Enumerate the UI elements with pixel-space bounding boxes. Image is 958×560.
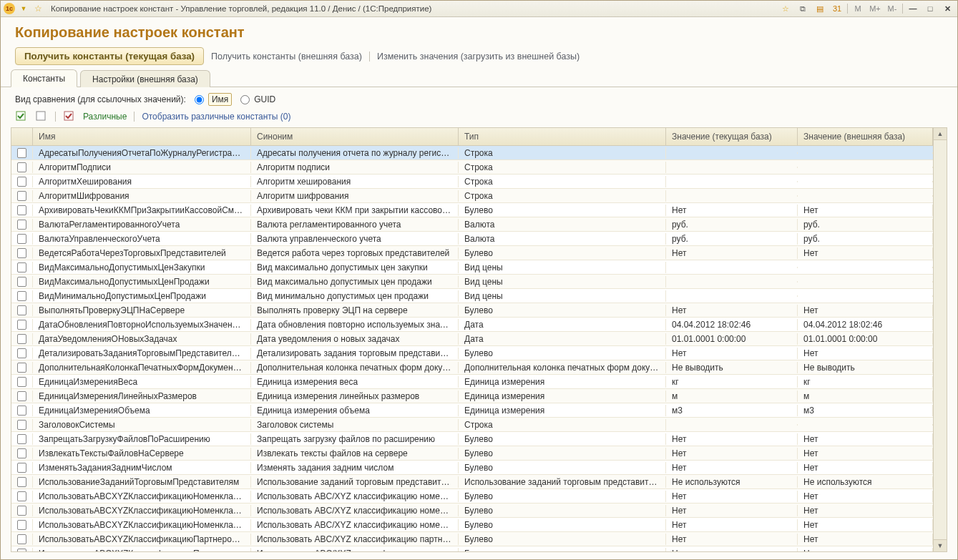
close-button[interactable]: ✕: [940, 2, 954, 15]
row-checkbox[interactable]: [11, 462, 33, 473]
dropdown-icon[interactable]: ▼: [18, 3, 29, 14]
table-row[interactable]: ИспользоватьABCXYZКлассификациюПартнеров…: [11, 546, 933, 551]
tab-constants[interactable]: Константы: [11, 69, 77, 87]
tab-settings-external[interactable]: Настройки (внешняя база): [80, 70, 210, 87]
change-values-link[interactable]: Изменить значения (загрузить из внешней …: [377, 51, 580, 62]
uncheck-all-icon[interactable]: [35, 110, 48, 123]
calc-icon[interactable]: ▤: [813, 2, 827, 15]
table-row[interactable]: ИзменятьЗаданияЗаднимЧисломИзменять зада…: [11, 461, 933, 475]
row-checkbox[interactable]: [11, 219, 33, 230]
star-icon[interactable]: ☆: [32, 3, 44, 14]
diff-icon[interactable]: [63, 110, 76, 123]
table-row[interactable]: ВидМаксимальноДопустимыхЦенПродажиВид ма…: [11, 275, 933, 289]
row-checkbox[interactable]: [11, 176, 33, 187]
minimize-button[interactable]: —: [906, 2, 920, 15]
table-row[interactable]: ВалютаУправленческогоУчетаВалюта управле…: [11, 232, 933, 246]
check-all-icon[interactable]: [15, 110, 28, 123]
table-row[interactable]: ВидМаксимальноДопустимыхЦенЗакупкиВид ма…: [11, 260, 933, 275]
table-row[interactable]: ВалютаРегламентированногоУчетаВалюта рег…: [11, 217, 933, 232]
row-checkbox[interactable]: [11, 376, 33, 388]
row-checkbox[interactable]: [11, 505, 33, 516]
table-row[interactable]: ИспользоватьABCXYZКлассификациюНоменклат…: [11, 503, 933, 518]
show-diff-link[interactable]: Отобразить различные константы (0): [142, 112, 290, 122]
table-row[interactable]: ВедетсяРаботаЧерезТорговыхПредставителей…: [11, 246, 933, 260]
row-checkbox[interactable]: [11, 534, 33, 545]
cell-value-current: руб.: [666, 219, 798, 230]
row-checkbox[interactable]: [11, 405, 33, 416]
table-row[interactable]: ДетализироватьЗаданияТорговымПредставите…: [11, 346, 933, 360]
col-type[interactable]: Тип: [459, 128, 666, 145]
row-checkbox[interactable]: [11, 233, 33, 245]
row-checkbox[interactable]: [11, 147, 33, 159]
col-value-current[interactable]: Значение (текущая база): [666, 128, 798, 145]
table-row[interactable]: ЕдиницаИзмеренияВесаЕдиница измерения ве…: [11, 375, 933, 389]
table-row[interactable]: ЗаголовокСистемыЗаголовок системыСтрока: [11, 418, 933, 432]
mem-m-button[interactable]: M: [851, 2, 865, 15]
row-checkbox[interactable]: [11, 305, 33, 316]
table-row[interactable]: ЕдиницаИзмеренияОбъемаЕдиница измерения …: [11, 403, 933, 418]
col-synonym[interactable]: Синоним: [251, 128, 459, 145]
row-checkbox[interactable]: [11, 548, 33, 552]
table-row[interactable]: ЕдиницаИзмеренияЛинейныхРазмеровЕдиница …: [11, 389, 933, 403]
cell-name: ИспользоватьABCXYZКлассификациюНоменклат…: [33, 491, 251, 502]
row-checkbox[interactable]: [11, 262, 33, 273]
get-constants-current-button[interactable]: Получить константы (текущая база): [15, 47, 204, 65]
table-row[interactable]: АлгоритмШифрованияАлгоритм шифрованияСтр…: [11, 189, 933, 203]
diff-link[interactable]: Различные: [83, 112, 127, 122]
history-icon[interactable]: ⧉: [796, 2, 810, 15]
table-row[interactable]: ВыполнятьПроверкуЭЦПНаСервереВыполнять п…: [11, 303, 933, 318]
table-row[interactable]: АлгоритмХешированияАлгоритм хешированияС…: [11, 175, 933, 189]
row-checkbox[interactable]: [11, 190, 33, 202]
maximize-button[interactable]: □: [923, 2, 937, 15]
table-row[interactable]: ИспользованиеЗаданийТорговымПредставител…: [11, 475, 933, 489]
get-constants-external-link[interactable]: Получить константы (внешняя база): [211, 51, 362, 62]
compare-mode-guid-radio[interactable]: GUID: [236, 94, 275, 104]
col-value-external[interactable]: Значение (внешняя база): [798, 128, 933, 145]
row-checkbox[interactable]: [11, 448, 33, 459]
row-checkbox[interactable]: [11, 519, 33, 531]
compare-mode-name-radio[interactable]: Имя: [190, 93, 232, 106]
row-checkbox[interactable]: [11, 419, 33, 431]
table-row[interactable]: АрхивироватьЧекиККМПриЗакрытииКассовойСм…: [11, 203, 933, 217]
row-checkbox[interactable]: [11, 362, 33, 373]
table-row[interactable]: ДатаОбновленияПовторноИспользуемыхЗначен…: [11, 318, 933, 332]
table-row[interactable]: ИспользоватьABCXYZКлассификациюПартнеров…: [11, 532, 933, 546]
cell-value-current: [666, 267, 798, 268]
mem-mplus-button[interactable]: M+: [868, 2, 882, 15]
row-checkbox[interactable]: [11, 319, 33, 330]
fav-star-icon[interactable]: ☆: [778, 2, 793, 15]
scroll-down-icon[interactable]: ▼: [934, 539, 947, 551]
col-check[interactable]: [11, 128, 33, 145]
row-checkbox[interactable]: [11, 390, 33, 402]
table-row[interactable]: АлгоритмПодписиАлгоритм подписиСтрока: [11, 160, 933, 175]
table-row[interactable]: ДатаУведомленияОНовыхЗадачахДата уведомл…: [11, 332, 933, 346]
row-checkbox[interactable]: [11, 205, 33, 216]
col-name[interactable]: Имя: [33, 128, 251, 145]
row-checkbox[interactable]: [11, 276, 33, 288]
table-row[interactable]: АдресатыПолученияОтчетаПоЖурналуРегистра…: [11, 146, 933, 160]
cell-value-external: Нет: [798, 491, 933, 502]
table-row[interactable]: ИспользоватьABCXYZКлассификациюНоменклат…: [11, 518, 933, 532]
table-row[interactable]: ИспользоватьABCXYZКлассификациюНоменклат…: [11, 489, 933, 503]
row-checkbox[interactable]: [11, 333, 33, 345]
calendar-icon[interactable]: 31: [830, 2, 844, 15]
row-checkbox[interactable]: [11, 476, 33, 488]
mem-mminus-button[interactable]: M-: [885, 2, 899, 15]
row-checkbox[interactable]: [11, 290, 33, 302]
table-row[interactable]: ЗапрещатьЗагрузкуФайловПоРасширениюЗапре…: [11, 432, 933, 446]
cell-value-current: [666, 295, 798, 297]
vertical-scrollbar[interactable]: ▲ ▼: [933, 128, 947, 551]
cell-value-external: руб.: [798, 219, 933, 230]
row-checkbox[interactable]: [11, 162, 33, 173]
table-row[interactable]: ДополнительнаяКолонкаПечатныхФормДокумен…: [11, 360, 933, 375]
table-row[interactable]: ВидМинимальноДопустимыхЦенПродажиВид мин…: [11, 289, 933, 303]
row-checkbox[interactable]: [11, 491, 33, 502]
table-body[interactable]: АдресатыПолученияОтчетаПоЖурналуРегистра…: [11, 146, 933, 551]
scroll-up-icon[interactable]: ▲: [934, 128, 947, 140]
row-checkbox[interactable]: [11, 433, 33, 445]
cell-synonym: Изменять задания задним числом: [251, 462, 459, 473]
table-row[interactable]: ИзвлекатьТекстыФайловНаСервереИзвлекать …: [11, 446, 933, 461]
cell-value-external: руб.: [798, 233, 933, 245]
row-checkbox[interactable]: [11, 348, 33, 359]
row-checkbox[interactable]: [11, 247, 33, 259]
